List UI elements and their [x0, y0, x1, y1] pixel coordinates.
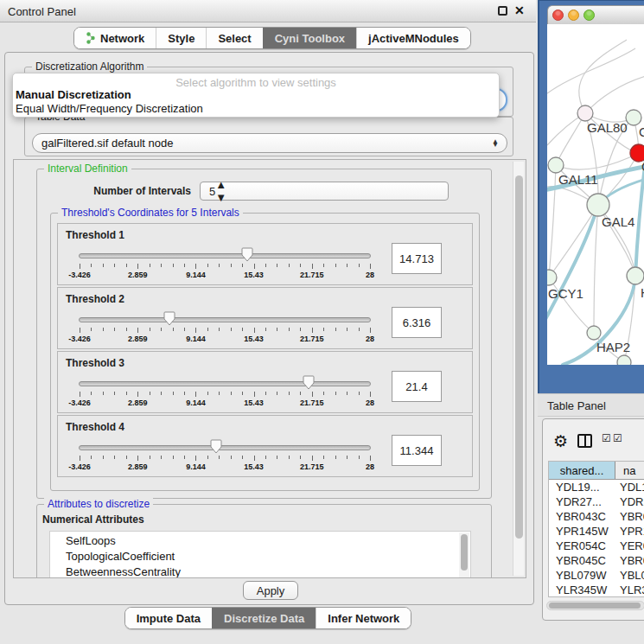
network-canvas[interactable]: GAL80GAGAL11CGAL4GCY1HHAP2: [547, 24, 644, 365]
tab-infer-network[interactable]: Infer Network: [316, 608, 411, 628]
slider-tick-label: 2.859: [118, 335, 157, 343]
float-window-icon[interactable]: [498, 6, 507, 16]
network-node: [577, 105, 593, 121]
table-row[interactable]: YER054CYER0: [549, 539, 644, 553]
column-header-name[interactable]: na: [615, 462, 644, 479]
table-row[interactable]: YDL19...YDL1: [549, 480, 644, 494]
slider-tick: [370, 456, 371, 461]
slider-track[interactable]: [79, 317, 371, 322]
threshold-slider[interactable]: -3.4262.8599.14415.4321.71528: [79, 378, 373, 412]
slider-tick: [231, 456, 232, 459]
slider-tick: [114, 456, 115, 459]
list-item[interactable]: SelfLoops: [50, 534, 470, 547]
slider-tick: [265, 264, 266, 267]
slider-tick: [150, 456, 150, 459]
slider-thumb[interactable]: [241, 247, 253, 265]
gear-icon[interactable]: ⚙: [553, 431, 568, 451]
thresholds-group: Threshold's Coordinates for 5 Intervals …: [50, 213, 480, 491]
checkbox-icon[interactable]: ☑: [613, 432, 622, 444]
zoom-light[interactable]: [583, 10, 595, 21]
algorithm-option-manual[interactable]: Manual Discretization: [13, 88, 499, 102]
table-row[interactable]: YPR145WYPR1: [549, 524, 644, 539]
slider-tick-label: 2.859: [118, 271, 157, 279]
slider-track[interactable]: [79, 253, 371, 258]
tab-cyni-toolbox[interactable]: Cyni Toolbox: [263, 28, 356, 48]
numerical-attributes-list[interactable]: SelfLoopsTopologicalCoefficientBetweenne…: [49, 531, 471, 578]
slider-tick: [277, 392, 277, 395]
threshold-slider[interactable]: -3.4262.8599.14415.4321.71528: [79, 250, 373, 284]
control-panel-titlebar: Control Panel ✕: [0, 0, 536, 22]
algorithm-hint-option[interactable]: Select algorithm to view settings: [13, 73, 499, 88]
slider-tick: [370, 328, 371, 333]
table-data-select[interactable]: galFiltered.sif default node ▲▼: [32, 133, 507, 153]
table-h-scrollbar[interactable]: [546, 601, 644, 610]
slider-tick: [150, 392, 150, 395]
table-row[interactable]: YBR043CYBR0: [549, 509, 644, 524]
slider-tick: [126, 328, 127, 331]
tab-discretize-data[interactable]: Discretize Data: [212, 608, 316, 628]
slider-tick-label: 9.144: [175, 399, 215, 407]
slider-tick: [161, 264, 162, 267]
apply-button[interactable]: Apply: [243, 581, 298, 600]
slider-thumb[interactable]: [210, 439, 222, 457]
table-data-value: galFiltered.sif default node: [41, 137, 173, 150]
slider-tick: [347, 392, 348, 395]
slider-tick: [80, 392, 80, 397]
slider-tick: [242, 328, 243, 331]
network-graph: GAL80GAGAL11CGAL4GCY1HHAP2: [547, 24, 644, 365]
node-table[interactable]: shared... na YDL19...YDL1YDR27...YDR2YBR…: [548, 461, 644, 597]
slider-tick: [359, 328, 360, 331]
tab-select[interactable]: Select: [206, 28, 262, 48]
slider-tick: [359, 392, 360, 395]
slider-tick: [161, 328, 162, 331]
numerical-attributes-label: Numerical Attributes: [42, 513, 144, 526]
close-light[interactable]: [552, 10, 564, 21]
algorithm-option-equal-width[interactable]: Equal Width/Frequency Discretization: [13, 102, 499, 116]
slider-tick: [335, 392, 336, 395]
network-node-label: HAP2: [596, 340, 630, 354]
list-item[interactable]: BetweennessCentrality: [50, 565, 470, 578]
table-row[interactable]: YDR27...YDR2: [549, 494, 644, 509]
cell-name: YBR0: [615, 510, 644, 523]
slider-thumb[interactable]: [303, 375, 315, 393]
column-header-shared-name[interactable]: shared...: [549, 462, 615, 479]
slider-tick: [370, 392, 371, 397]
table-row[interactable]: YLR345WYLR3: [549, 583, 644, 597]
threshold-value-field[interactable]: 11.344: [392, 435, 442, 466]
threshold-slider[interactable]: -3.4262.8599.14415.4321.71528: [79, 314, 373, 348]
minimize-light[interactable]: [568, 10, 579, 21]
tab-style[interactable]: Style: [156, 28, 206, 48]
close-icon[interactable]: ✕: [514, 3, 525, 17]
checkbox-icon[interactable]: ☑: [602, 432, 611, 444]
slider-track[interactable]: [79, 445, 371, 450]
algorithm-dropdown-popup: Select algorithm to view settings Manual…: [12, 73, 500, 118]
slider-tick: [277, 264, 277, 267]
table-row[interactable]: YBR045CYBR0: [549, 553, 644, 568]
threshold-row-4: Threshold 4-3.4262.8599.14415.4321.71528…: [57, 415, 473, 477]
tab-network[interactable]: Network: [74, 28, 156, 48]
cell-shared-name: YDR27...: [549, 495, 615, 508]
table-row[interactable]: YBL079WYBL0: [549, 568, 644, 583]
slider-tick: [300, 456, 301, 459]
list-scrollbar[interactable]: [459, 532, 469, 578]
slider-tick: [289, 328, 290, 331]
slider-thumb[interactable]: [163, 311, 175, 329]
slider-tick-label: 2.859: [118, 462, 157, 471]
threshold-value-field[interactable]: 6.316: [392, 307, 442, 338]
tab-jactivemnodules[interactable]: jActiveMNodules: [356, 28, 470, 48]
tab-impute-data[interactable]: Impute Data: [125, 608, 212, 628]
panel-scrollbar[interactable]: [513, 162, 524, 576]
threshold-value-field[interactable]: 21.4: [392, 371, 442, 402]
slider-tick: [359, 456, 360, 459]
threshold-slider[interactable]: -3.4262.8599.14415.4321.71528: [79, 442, 373, 476]
columns-icon[interactable]: [577, 434, 592, 448]
threshold-row-1: Threshold 1-3.4262.8599.14415.4321.71528…: [57, 223, 473, 285]
slider-tick-label: 28: [350, 335, 390, 343]
list-item[interactable]: TopologicalCoefficient: [50, 550, 470, 563]
network-window-titlebar: [547, 5, 644, 24]
threshold-value-field[interactable]: 14.713: [392, 243, 442, 274]
slider-tick: [219, 264, 220, 267]
slider-tick: [173, 264, 174, 267]
slider-track[interactable]: [79, 381, 371, 386]
number-of-intervals-select[interactable]: 5 ▲▼: [200, 182, 449, 201]
